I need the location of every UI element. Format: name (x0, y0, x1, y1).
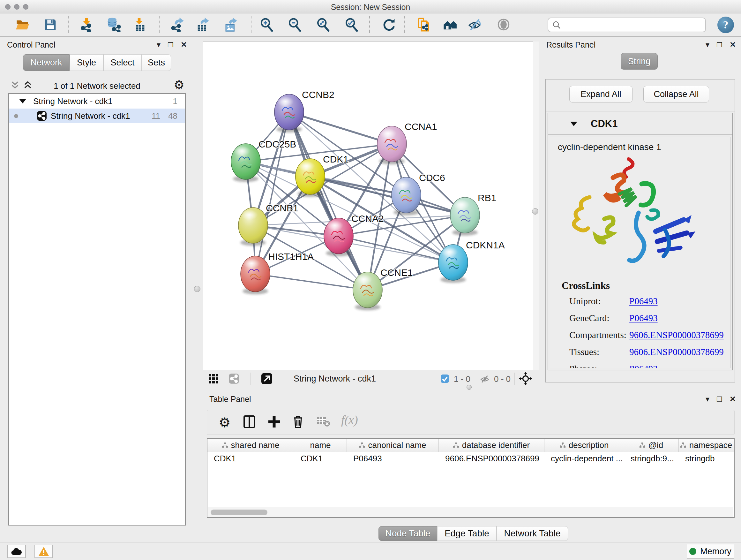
table-cell[interactable]: cyclin-dependent ... (544, 452, 624, 465)
column-header-shared-name[interactable]: shared name (207, 439, 294, 452)
column-header-canonical-name[interactable]: canonical name (347, 439, 439, 452)
network-edge[interactable] (339, 236, 453, 262)
control-panel-tabs: NetworkStyleSelectSets (23, 54, 171, 71)
collapse-caret-icon[interactable] (570, 122, 577, 126)
export-table-button[interactable] (193, 15, 212, 35)
import-network-from-file-button[interactable] (77, 15, 95, 35)
table-cell[interactable]: P06493 (347, 452, 439, 465)
network-edge[interactable] (255, 274, 367, 290)
save-session-button[interactable] (41, 15, 60, 35)
table-cell[interactable]: CDK1 (207, 452, 294, 465)
zoom-out-button[interactable] (285, 15, 304, 35)
table-cell[interactable]: stringdb (679, 452, 734, 465)
table-panel-close-button[interactable]: ✕ (730, 395, 736, 403)
crosslink-value-link[interactable]: P06493 (629, 296, 658, 307)
column-header-database-identifier[interactable]: database identifier (439, 439, 544, 452)
birdseye-view-button[interactable] (261, 373, 273, 385)
results-panel-close-button[interactable]: ✕ (730, 41, 736, 49)
network-graph[interactable]: CCNB2CCNA1CDC25BCDK1CDC6RB1CCNB1CCNA2CDK… (203, 42, 533, 370)
network-collection-row[interactable]: String Network - cdk1 1 (9, 94, 185, 109)
show-all-button[interactable] (494, 15, 513, 35)
network-node-rb1[interactable] (450, 197, 480, 236)
apply-layout-button[interactable] (380, 15, 398, 35)
network-node-ccnb1[interactable] (239, 207, 268, 246)
export-image-button[interactable] (222, 15, 240, 35)
crosslink-value-link[interactable]: 9606.ENSP00000378699 (629, 330, 724, 340)
crosslink-value-link[interactable]: P06493 (629, 313, 658, 323)
tab-edge-table[interactable]: Edge Table (437, 526, 496, 541)
bottom-splitter-handle[interactable] (467, 385, 472, 390)
zoom-in-button[interactable] (257, 15, 276, 35)
control-panel-float-button[interactable]: ❒ (167, 42, 174, 48)
expand-all-button[interactable]: Expand All (569, 86, 632, 103)
zoom-fit-button[interactable] (314, 15, 332, 35)
delete-table-button[interactable] (316, 415, 330, 428)
control-panel-close-button[interactable]: ✕ (181, 41, 187, 49)
network-row[interactable]: String Network - cdk1 11 48 (9, 109, 185, 123)
table-row[interactable]: CDK1CDK1P064939606.ENSP00000378699cyclin… (207, 452, 734, 465)
open-session-button[interactable] (13, 15, 32, 35)
network-node-hist1h1a[interactable] (241, 256, 270, 294)
search-input[interactable] (564, 20, 701, 30)
column-header-name[interactable]: name (294, 439, 347, 452)
tab-select[interactable]: Select (104, 54, 142, 71)
network-canvas[interactable]: CCNB2CCNA1CDC25BCDK1CDC6RB1CCNB1CCNA2CDK… (203, 42, 533, 370)
grid-view-button[interactable] (208, 373, 219, 385)
show-columns-button[interactable] (243, 415, 256, 430)
horizontal-scrollbar[interactable] (208, 507, 733, 517)
selected-checkbox[interactable] (441, 374, 449, 384)
add-column-button[interactable] (268, 415, 280, 430)
network-icon-button[interactable] (228, 373, 239, 385)
tab-string[interactable]: String (621, 53, 658, 70)
collapse-caret-icon[interactable] (19, 99, 26, 104)
network-options-gear-button[interactable]: ⚙ (174, 78, 185, 92)
first-neighbors-button[interactable] (441, 15, 460, 35)
tab-style[interactable]: Style (70, 54, 104, 71)
column-header--id[interactable]: @id (624, 439, 679, 452)
pan-mode-button[interactable] (519, 372, 532, 386)
tab-sets[interactable]: Sets (142, 54, 171, 71)
column-header-namespace[interactable]: namespace (679, 439, 734, 452)
network-node-ccna1[interactable] (377, 126, 407, 165)
control-panel-menu-button[interactable]: ▾ (157, 41, 160, 49)
export-network-button[interactable] (168, 15, 187, 35)
tab-node-table[interactable]: Node Table (379, 526, 437, 541)
node-table[interactable]: shared namenamecanonical namedatabase id… (207, 438, 735, 518)
network-node-ccne1[interactable] (353, 272, 382, 310)
tab-network-table[interactable]: Network Table (496, 526, 568, 541)
network-node-cdkn1a[interactable] (439, 245, 468, 283)
delete-column-button[interactable] (292, 415, 304, 430)
results-panel-float-button[interactable]: ❒ (717, 42, 723, 48)
new-network-from-selection-button[interactable] (414, 15, 432, 35)
tab-network[interactable]: Network (23, 54, 70, 71)
table-panel-float-button[interactable]: ❒ (717, 396, 723, 402)
results-panel-menu-button[interactable]: ▾ (705, 41, 710, 49)
network-node-cdc25b[interactable] (231, 144, 260, 182)
gene-card-header[interactable]: CDK1 (548, 113, 732, 135)
warnings-button[interactable] (35, 545, 53, 558)
help-button[interactable]: ? (718, 17, 734, 33)
import-table-from-file-button[interactable] (130, 15, 148, 35)
cloud-status-button[interactable] (7, 545, 26, 558)
network-node-ccnb2[interactable] (274, 94, 304, 132)
right-splitter-handle[interactable] (532, 208, 538, 214)
table-panel-menu-button[interactable]: ▾ (705, 395, 710, 403)
left-splitter-handle[interactable] (194, 286, 200, 292)
crosslink-value-link[interactable]: P06493 (629, 364, 658, 368)
table-settings-gear-button[interactable]: ⚙ (219, 415, 231, 430)
table-cell[interactable]: CDK1 (294, 452, 347, 465)
external-arrow-icon (261, 373, 273, 384)
collapse-all-button[interactable]: Collapse All (643, 86, 709, 103)
network-edge[interactable] (289, 112, 367, 290)
zoom-selected-button[interactable] (342, 15, 360, 35)
crosslink-value-link[interactable]: 9606.ENSP00000378699 (629, 347, 724, 357)
network-edge[interactable] (289, 112, 392, 144)
table-cell[interactable]: stringdb:9... (624, 452, 679, 465)
memory-button[interactable]: Memory (687, 544, 734, 559)
import-network-from-database-button[interactable] (105, 15, 123, 35)
function-builder-button[interactable]: f(x) (341, 413, 358, 427)
scrollbar-thumb[interactable] (211, 509, 267, 515)
table-cell[interactable]: 9606.ENSP00000378699 (439, 452, 544, 465)
hide-selection-button[interactable] (466, 15, 484, 35)
column-header-description[interactable]: description (544, 439, 624, 452)
